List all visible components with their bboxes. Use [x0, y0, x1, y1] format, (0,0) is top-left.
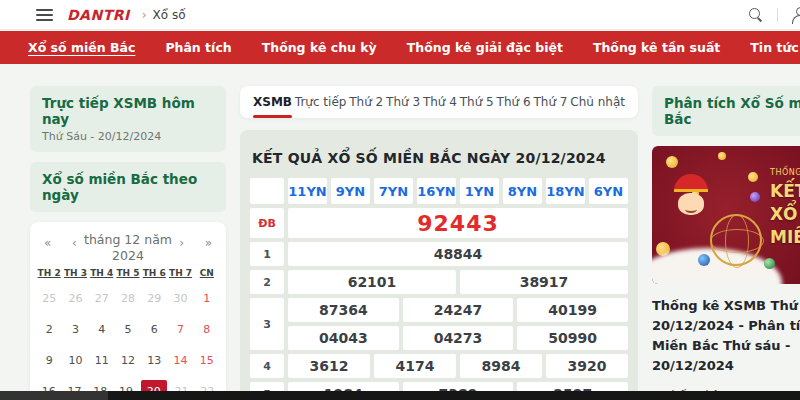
calendar-day[interactable]: 11 — [89, 349, 115, 371]
live-xsmb-card[interactable]: Trực tiếp XSMB hôm nay Thứ Sáu - 20/12/2… — [30, 86, 226, 152]
nav-item-3[interactable]: Thống kê giải đặc biệt — [407, 40, 563, 55]
prize-cells: 92443 — [288, 208, 628, 238]
prize-label: 4 — [250, 354, 284, 378]
tab-0[interactable]: XSMB — [253, 95, 292, 109]
calendar-day[interactable]: 8 — [194, 318, 220, 340]
tab-8[interactable]: Chủ nhật — [570, 95, 625, 109]
calendar-header: « ‹ tháng 12 năm 2024 › » — [36, 230, 220, 264]
calendar-week-1: 2345678 — [36, 318, 220, 340]
calendar-prev-month-icon[interactable]: ‹ — [72, 236, 77, 250]
calendar-day[interactable]: 13 — [141, 349, 167, 371]
bottom-bar — [0, 391, 800, 400]
prize-number: 3612 — [288, 354, 370, 378]
calendar-month-label: tháng 12 năm 2024 — [36, 230, 220, 263]
prize-subrow: 040430427350990 — [288, 326, 628, 350]
featured-article-link[interactable]: Thống kê XSMB Thứ 6 20/12/2024 - Phân tí… — [652, 296, 800, 377]
calendar-day[interactable]: 14 — [167, 349, 193, 371]
table-row: ĐB92443 — [250, 208, 628, 238]
analysis-header-card[interactable]: Phân tích Xổ Số miền Bắc — [652, 86, 800, 136]
tab-5[interactable]: Thứ 5 — [460, 95, 494, 109]
nav-item-0[interactable]: Xổ số miền Bắc — [28, 40, 135, 55]
prize-number: 87364 — [288, 298, 399, 322]
calendar-day[interactable]: 9 — [36, 349, 62, 371]
search-icon[interactable] — [749, 8, 763, 22]
calendar-day[interactable]: 28 — [115, 287, 141, 309]
table-header-cell[interactable]: 18YN — [546, 178, 585, 204]
calendar-day[interactable]: 4 — [89, 318, 115, 340]
calendar-day[interactable]: 26 — [62, 287, 88, 309]
tab-7[interactable]: Thứ 7 — [533, 95, 567, 109]
calendar-day[interactable]: 3 — [62, 318, 88, 340]
prize-subrows: 873642424740199040430427350990 — [288, 298, 628, 350]
menu-icon[interactable] — [36, 9, 53, 21]
prize-number: 48844 — [288, 242, 628, 266]
calendar-day[interactable]: 1 — [194, 287, 220, 309]
tab-1[interactable]: Trực tiếp — [295, 95, 347, 109]
calendar-day[interactable]: 30 — [167, 287, 193, 309]
nav-item-1[interactable]: Phân tích — [165, 40, 231, 55]
table-header-cell[interactable]: 6YN — [589, 178, 628, 204]
nav-item-4[interactable]: Thống kê tần suất — [593, 40, 720, 55]
prize-number: 62101 — [288, 270, 456, 294]
byday-title: Xổ số miền Bắc theo ngày — [42, 171, 214, 203]
table-header-cell[interactable]: 7YN — [374, 178, 413, 204]
table-corner-cell — [250, 178, 284, 204]
divider — [777, 8, 778, 22]
calendar-day[interactable]: 25 — [36, 287, 62, 309]
calendar-day[interactable]: 7 — [167, 318, 193, 340]
prize-label: 3 — [250, 298, 284, 350]
calendar-next-month-icon[interactable]: › — [179, 236, 184, 250]
calendar-next-year-icon[interactable]: » — [205, 236, 212, 250]
calendar-day[interactable]: 10 — [62, 349, 88, 371]
table-row: 43612417489843920 — [250, 354, 628, 378]
tab-2[interactable]: Thứ 2 — [349, 95, 383, 109]
breadcrumb[interactable]: Xổ số — [153, 8, 186, 22]
calendar-card: « ‹ tháng 12 năm 2024 › » TH 2TH 3TH 4TH… — [30, 222, 226, 400]
tab-6[interactable]: Thứ 6 — [497, 95, 531, 109]
calendar-day[interactable]: 6 — [141, 318, 167, 340]
top-bar: DANTRI › Xổ số — [0, 0, 800, 30]
prize-cells: 3612417489843920 — [288, 354, 628, 378]
calendar-week-2: 9101112131415 — [36, 349, 220, 371]
promo-banner[interactable]: THỐNG KÊ - KẾT XỔ MIỀN — [652, 146, 800, 284]
nav-item-2[interactable]: Thống kê chu kỳ — [262, 40, 377, 55]
calendar-dow-6: CN — [194, 268, 220, 278]
site-logo[interactable]: DANTRI — [67, 7, 130, 23]
prize-number: 04043 — [288, 326, 399, 350]
calendar-day[interactable]: 27 — [89, 287, 115, 309]
banner-text: THỐNG KÊ - KẾT XỔ MIỀN — [770, 168, 800, 249]
user-icon[interactable] — [792, 7, 800, 23]
calendar-dow-1: TH 3 — [62, 268, 88, 278]
table-header-cell[interactable]: 11YN — [288, 178, 327, 204]
prize-number: 92443 — [288, 208, 628, 238]
prize-cells: 48844 — [288, 242, 628, 266]
calendar-dow-3: TH 5 — [115, 268, 141, 278]
byday-card[interactable]: Xổ số miền Bắc theo ngày — [30, 162, 226, 212]
live-xsmb-title: Trực tiếp XSMB hôm nay — [42, 95, 214, 127]
sidebar-left: Trực tiếp XSMB hôm nay Thứ Sáu - 20/12/2… — [30, 86, 226, 400]
calendar-day[interactable]: 29 — [141, 287, 167, 309]
table-header-cell[interactable]: 1YN — [460, 178, 499, 204]
calendar-dow-2: TH 4 — [89, 268, 115, 278]
table-header-cell[interactable]: 9YN — [331, 178, 370, 204]
calendar-day[interactable]: 15 — [194, 349, 220, 371]
main-nav-items: Xổ số miền BắcPhân tíchThống kê chu kỳTh… — [0, 40, 799, 55]
calendar-week-0: 2526272829301 — [36, 287, 220, 309]
nav-item-5[interactable]: Tin tức — [750, 40, 798, 55]
coin-icon — [748, 172, 758, 182]
calendar-day[interactable]: 12 — [115, 349, 141, 371]
breadcrumb-separator: › — [142, 8, 147, 22]
table-header-cell[interactable]: 16YN — [417, 178, 456, 204]
table-row: 3873642424740199040430427350990 — [250, 298, 628, 350]
table-row: 26210138917 — [250, 270, 628, 294]
table-header-row: 11YN9YN7YN16YN1YN8YN18YN6YN — [250, 178, 628, 204]
god-of-wealth-hat — [674, 174, 708, 192]
calendar-prev-year-icon[interactable]: « — [44, 236, 51, 250]
tab-3[interactable]: Thứ 3 — [386, 95, 420, 109]
results-panel: KẾT QUẢ XỔ SỐ MIỀN BẮC NGÀY 20/12/2024 1… — [240, 130, 638, 400]
table-header-cell[interactable]: 8YN — [503, 178, 542, 204]
tab-4[interactable]: Thứ 4 — [423, 95, 457, 109]
prize-number: 3920 — [546, 354, 628, 378]
calendar-day[interactable]: 2 — [36, 318, 62, 340]
calendar-day[interactable]: 5 — [115, 318, 141, 340]
